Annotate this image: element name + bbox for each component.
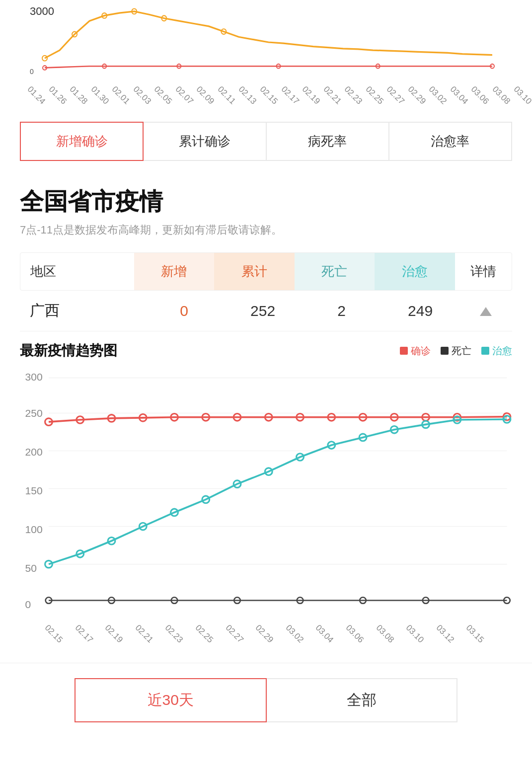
th-death: 死亡 (295, 253, 375, 290)
td-new: 0 (145, 303, 224, 319)
tab-total-confirmed[interactable]: 累计确诊 (144, 122, 266, 161)
svg-text:300: 300 (25, 371, 43, 383)
top-chart-svg: 0 (30, 5, 502, 79)
svg-text:0: 0 (30, 68, 34, 76)
sub-chart-title: 最新疫情趋势图 (20, 341, 117, 360)
tab-all[interactable]: 全部 (267, 678, 458, 722)
sub-chart-legend: 确诊 死亡 治愈 (400, 344, 512, 358)
table-row[interactable]: 广西 0 252 2 249 (20, 291, 512, 331)
province-section: 全国省市疫情 7点-11点是数据发布高峰期，更新如有滞后敬请谅解。 地区 新增 … (0, 171, 532, 331)
sub-chart-svg: 300 250 200 150 100 50 0 (20, 370, 512, 619)
svg-text:150: 150 (25, 485, 43, 496)
recover-label: 治愈 (492, 344, 512, 358)
section-title: 全国省市疫情 (20, 186, 512, 218)
th-new: 新增 (134, 253, 215, 290)
td-detail[interactable] (459, 303, 512, 319)
th-recover: 治愈 (375, 253, 455, 290)
chart-type-tabs: 新增确诊 累计确诊 病死率 治愈率 (0, 112, 532, 171)
legend-death: 死亡 (441, 344, 471, 358)
time-range-tabs: 近30天 全部 (0, 663, 532, 737)
sub-chart-header: 最新疫情趋势图 确诊 死亡 治愈 (20, 341, 512, 360)
top-chart-y-max: 3000 (30, 5, 54, 18)
td-recover: 249 (381, 303, 460, 319)
svg-text:250: 250 (25, 407, 43, 419)
tab-fatality-rate[interactable]: 病死率 (267, 122, 389, 161)
svg-text:200: 200 (25, 446, 43, 458)
th-region: 地区 (20, 253, 134, 290)
tab-30days[interactable]: 近30天 (75, 678, 267, 722)
tab-recovery-rate[interactable]: 治愈率 (389, 122, 512, 161)
td-region: 广西 (20, 301, 145, 321)
death-dot (441, 347, 449, 355)
svg-text:100: 100 (25, 524, 43, 535)
death-label: 死亡 (452, 344, 471, 358)
svg-text:0: 0 (25, 599, 31, 610)
td-death: 2 (302, 303, 381, 319)
svg-text:50: 50 (25, 562, 37, 574)
td-total: 252 (224, 303, 303, 319)
confirm-label: 确诊 (411, 344, 431, 358)
tab-new-confirmed[interactable]: 新增确诊 (20, 122, 144, 161)
th-detail: 详情 (455, 253, 512, 290)
table-header: 地区 新增 累计 死亡 治愈 详情 (20, 252, 512, 291)
confirm-dot (400, 347, 408, 355)
top-chart-x-labels: 01.24 01.26 01.28 01.30 02.01 02.03 02.0… (0, 84, 532, 112)
legend-confirm: 确诊 (400, 344, 431, 358)
sub-chart-x-labels: 02.15 02.17 02.19 02.21 02.23 02.25 02.2… (20, 621, 512, 648)
top-chart-section: 3000 0 (0, 0, 532, 84)
sub-chart-section: 最新疫情趋势图 确诊 死亡 治愈 300 250 200 150 100 50 … (0, 331, 532, 663)
chevron-up-icon (480, 307, 492, 316)
th-total: 累计 (214, 253, 295, 290)
recover-dot (481, 347, 489, 355)
section-subtitle: 7点-11点是数据发布高峰期，更新如有滞后敬请谅解。 (20, 223, 512, 237)
legend-recover: 治愈 (481, 344, 512, 358)
